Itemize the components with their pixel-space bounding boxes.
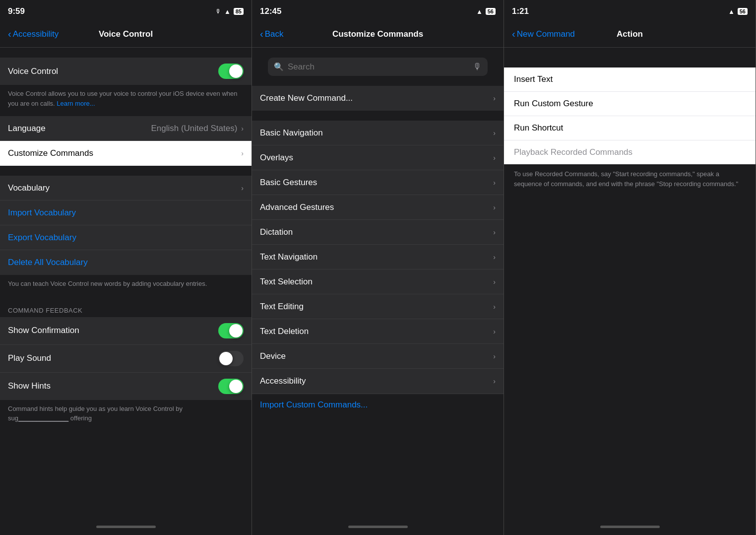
search-mic-icon: 🎙 (473, 62, 482, 72)
back-chevron-1: ‹ (8, 28, 11, 40)
command-feedback-group: Show Confirmation Play Sound Show Hints (0, 317, 252, 400)
recorded-commands-description-text: To use Recorded Commands, say "Start rec… (514, 170, 738, 188)
play-sound-toggle[interactable] (218, 351, 244, 366)
customize-commands-row[interactable]: Customize Commands › (0, 141, 252, 166)
learn-more-link[interactable]: Learn more... (57, 100, 95, 107)
language-label: Language (8, 124, 151, 134)
playback-recorded-label: Playback Recorded Commands (514, 147, 632, 157)
show-hints-row[interactable]: Show Hints (0, 373, 252, 400)
screen-1: 9:59 🎙 ▲ 85 ‹ Accessibility Voice Contro… (0, 0, 252, 535)
battery-2: 56 (486, 8, 496, 15)
play-sound-row[interactable]: Play Sound (0, 345, 252, 373)
vocabulary-row[interactable]: Vocabulary › (0, 176, 252, 201)
command-feedback-header: COMMAND FEEDBACK (0, 297, 252, 317)
toggle-knob-sc (229, 324, 243, 337)
text-deletion-row[interactable]: Text Deletion › (252, 319, 504, 344)
nav-title-1: Voice Control (99, 29, 153, 39)
basic-navigation-chevron: › (493, 129, 496, 137)
back-label-3: New Command (517, 29, 575, 39)
vocabulary-chevron: › (241, 184, 244, 192)
text-navigation-row[interactable]: Text Navigation › (252, 245, 504, 269)
status-icons-3: ▲ 56 (728, 8, 748, 15)
run-shortcut-row[interactable]: Run Shortcut (504, 116, 756, 140)
voice-control-description: Voice Control allows you to use your voi… (0, 85, 252, 116)
device-row[interactable]: Device › (252, 344, 504, 369)
show-confirmation-row[interactable]: Show Confirmation (0, 317, 252, 345)
create-new-command-row[interactable]: Create New Command... › (252, 86, 504, 111)
run-custom-gesture-row[interactable]: Run Custom Gesture (504, 92, 756, 116)
overlays-row[interactable]: Overlays › (252, 145, 504, 170)
nav-bar-1: ‹ Accessibility Voice Control (0, 22, 252, 48)
insert-text-label: Insert Text (514, 74, 553, 84)
vocabulary-description: You can teach Voice Control new words by… (0, 275, 252, 297)
screen-2: 12:45 ▲ 56 ‹ Back Customize Commands 🔍 🎙… (252, 0, 504, 535)
voice-control-label: Voice Control (8, 67, 218, 76)
overlays-label: Overlays (260, 153, 493, 163)
language-customize-group: Language English (United States) › Custo… (0, 116, 252, 166)
customize-chevron: › (241, 149, 244, 157)
mic-status-icon: 🎙 (215, 8, 221, 15)
nav-back-2[interactable]: ‹ Back (260, 28, 283, 40)
text-navigation-chevron: › (493, 253, 496, 261)
insert-text-row[interactable]: Insert Text (504, 67, 756, 92)
text-selection-row[interactable]: Text Selection › (252, 269, 504, 294)
back-chevron-3: ‹ (512, 28, 515, 40)
voice-control-row[interactable]: Voice Control (0, 58, 252, 85)
device-label: Device (260, 351, 493, 361)
search-bar[interactable]: 🔍 🎙 (268, 58, 488, 76)
show-hints-toggle[interactable] (218, 379, 244, 394)
status-time-1: 9:59 (8, 6, 25, 16)
nav-back-1[interactable]: ‹ Accessibility (8, 28, 59, 40)
show-confirmation-toggle[interactable] (218, 323, 244, 338)
home-bar-3 (600, 526, 660, 528)
recorded-commands-description: To use Recorded Commands, say "Start rec… (504, 164, 756, 199)
export-vocab-label: Export Vocabulary (8, 233, 244, 243)
text-selection-label: Text Selection (260, 277, 493, 287)
run-custom-gesture-label: Run Custom Gesture (514, 99, 593, 109)
nav-title-3: Action (617, 29, 643, 39)
text-deletion-label: Text Deletion (260, 327, 493, 336)
import-vocabulary-row[interactable]: Import Vocabulary (0, 201, 252, 225)
vocabulary-group: Vocabulary › Import Vocabulary Export Vo… (0, 176, 252, 275)
search-input[interactable] (288, 62, 473, 72)
device-chevron: › (493, 352, 496, 360)
import-custom-commands[interactable]: Import Custom Commands... (252, 394, 504, 416)
status-bar-3: 1:21 ▲ 56 (504, 0, 756, 22)
import-vocab-label: Import Vocabulary (8, 208, 244, 218)
hints-description: Command hints help guide you as you lear… (0, 400, 252, 431)
create-new-chevron: › (493, 94, 496, 102)
create-new-group: Create New Command... › (252, 86, 504, 111)
delete-vocabulary-row[interactable]: Delete All Vocabulary (0, 250, 252, 275)
customize-commands-label: Customize Commands (8, 148, 241, 158)
back-chevron-2: ‹ (260, 28, 263, 40)
text-editing-row[interactable]: Text Editing › (252, 294, 504, 319)
wifi-icon-1: ▲ (224, 8, 231, 15)
accessibility-row[interactable]: Accessibility › (252, 369, 504, 394)
status-time-2: 12:45 (260, 6, 281, 16)
dictation-label: Dictation (260, 227, 493, 237)
export-vocabulary-row[interactable]: Export Vocabulary (0, 225, 252, 250)
voice-control-toggle[interactable] (218, 64, 244, 79)
show-confirmation-label: Show Confirmation (8, 326, 218, 335)
status-icons-2: ▲ 56 (476, 8, 496, 15)
playback-recorded-row[interactable]: Playback Recorded Commands (504, 140, 756, 164)
dictation-row[interactable]: Dictation › (252, 220, 504, 245)
basic-navigation-row[interactable]: Basic Navigation › (252, 121, 504, 145)
advanced-gestures-row[interactable]: Advanced Gestures › (252, 195, 504, 220)
home-bar-2 (348, 526, 408, 528)
nav-back-3[interactable]: ‹ New Command (512, 28, 575, 40)
basic-gestures-chevron: › (493, 179, 496, 187)
basic-gestures-row[interactable]: Basic Gestures › (252, 170, 504, 195)
run-shortcut-label: Run Shortcut (514, 123, 563, 133)
commands-list-group: Basic Navigation › Overlays › Basic Gest… (252, 121, 504, 394)
dictation-chevron: › (493, 228, 496, 236)
basic-navigation-label: Basic Navigation (260, 128, 493, 138)
wifi-icon-3: ▲ (728, 8, 735, 15)
language-row[interactable]: Language English (United States) › (0, 116, 252, 141)
create-new-label: Create New Command... (260, 93, 493, 103)
delete-vocab-label: Delete All Vocabulary (8, 258, 244, 268)
text-deletion-chevron: › (493, 328, 496, 335)
advanced-gestures-chevron: › (493, 203, 496, 211)
toggle-knob-ps (219, 352, 233, 365)
nav-title-2: Customize Commands (332, 29, 423, 39)
